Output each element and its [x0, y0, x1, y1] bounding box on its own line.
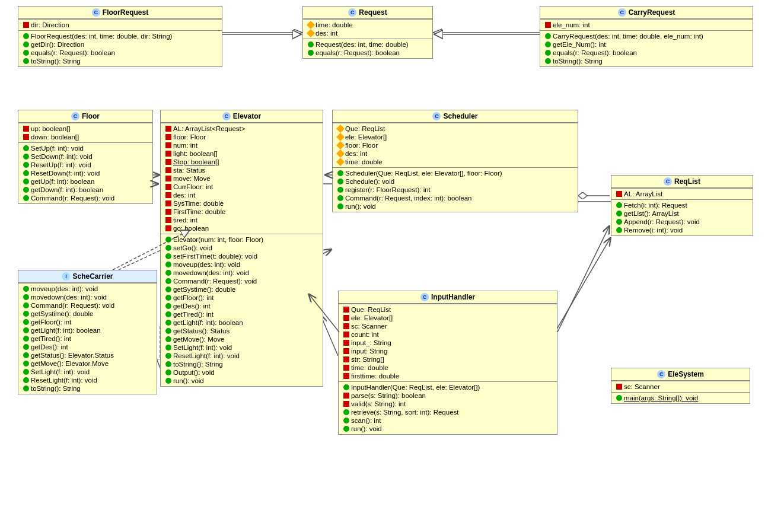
public-icon	[23, 294, 29, 300]
protected-icon	[336, 141, 345, 149]
public-icon	[165, 245, 171, 251]
private-icon	[343, 323, 349, 329]
class-icon: C	[420, 293, 429, 301]
class-icon: C	[71, 112, 79, 120]
private-icon	[165, 151, 171, 157]
class-reqlist-title: ReqList	[674, 177, 700, 186]
private-icon	[343, 340, 349, 346]
class-reqlist: C ReqList AL: ArrayList Fetch(i: int): R…	[611, 175, 753, 236]
public-icon	[23, 58, 29, 64]
public-icon	[23, 344, 29, 350]
elesystem-fields: sc: Scanner	[611, 381, 750, 392]
private-icon	[616, 384, 622, 390]
private-icon	[165, 134, 171, 140]
private-icon	[165, 184, 171, 190]
private-icon	[343, 307, 349, 313]
public-icon	[23, 170, 29, 176]
class-schecarrier-title: ScheCarrier	[72, 272, 113, 281]
private-icon	[165, 192, 171, 198]
floor-request-methods: FloorRequest(des: int, time: double, dir…	[18, 30, 222, 66]
public-icon	[165, 253, 171, 259]
public-icon	[337, 179, 343, 184]
class-icon: C	[664, 177, 672, 186]
public-icon	[165, 320, 171, 326]
public-icon	[165, 311, 171, 317]
class-scheduler: C Scheduler Que: ReqList ele: Elevator[]…	[332, 110, 578, 212]
public-icon	[165, 353, 171, 359]
protected-icon	[336, 149, 345, 158]
protected-icon	[336, 125, 345, 133]
class-icon: C	[657, 370, 665, 378]
scheduler-fields: Que: ReqList ele: Elevator[] floor: Floo…	[333, 123, 578, 167]
method-equals: equals(r: Request): boolean	[544, 49, 749, 57]
elevator-fields: AL: ArrayList<Request> floor: Floor num:…	[161, 123, 323, 234]
class-floor-request: C FloorRequest dir: Direction FloorReque…	[18, 6, 222, 67]
protected-icon	[307, 29, 315, 37]
class-request: C Request time: double des: int Request(…	[302, 6, 433, 59]
private-icon	[343, 356, 349, 362]
constructor-icon	[545, 33, 551, 39]
protected-icon	[307, 21, 315, 29]
class-floor-request-title: FloorRequest	[103, 8, 148, 17]
schecarrier-methods: moveup(des: int): void movedown(des: int…	[18, 283, 157, 394]
public-icon	[616, 219, 622, 225]
class-carry-request: C CarryRequest ele_num: int CarryRequest…	[540, 6, 753, 67]
public-icon	[23, 50, 29, 56]
public-icon	[616, 227, 622, 233]
private-icon	[343, 332, 349, 337]
private-icon	[165, 126, 171, 132]
private-icon	[343, 393, 349, 399]
field-ele-num: ele_num: int	[544, 21, 749, 29]
public-icon	[23, 319, 29, 325]
public-icon	[23, 42, 29, 47]
public-icon	[23, 311, 29, 317]
public-icon	[337, 203, 343, 209]
protected-icon	[336, 133, 345, 141]
svg-line-7	[552, 237, 611, 338]
public-icon	[545, 50, 551, 56]
floor-fields: up: boolean[] down: boolean[]	[18, 123, 152, 142]
private-icon	[23, 134, 29, 140]
public-icon	[23, 377, 29, 383]
method-tostring: toString(): String	[22, 57, 218, 65]
constructor-icon	[343, 384, 349, 390]
class-icon: C	[618, 8, 626, 17]
constructor-icon	[337, 170, 343, 176]
class-icon: C	[432, 112, 441, 120]
public-icon	[165, 336, 171, 342]
method-equals: equals(r: Request): boolean	[307, 49, 429, 57]
public-icon	[165, 278, 171, 284]
private-icon	[23, 126, 29, 132]
class-icon: C	[348, 8, 356, 17]
class-floor: C Floor up: boolean[] down: boolean[] Se…	[18, 110, 153, 204]
private-icon	[343, 401, 349, 407]
class-inputhandler-title: InputHandler	[431, 293, 475, 301]
interface-icon: I	[62, 272, 70, 281]
public-icon	[165, 262, 171, 267]
method-equals: equals(r: Request): boolean	[22, 49, 218, 57]
private-icon	[165, 159, 171, 165]
inputhandler-methods: InputHandler(Que: ReqList, ele: Elevator…	[339, 381, 557, 434]
private-icon	[343, 365, 349, 371]
constructor-icon	[23, 33, 29, 39]
public-icon	[23, 162, 29, 168]
public-icon	[165, 369, 171, 375]
public-icon	[165, 286, 171, 292]
class-elevator: C Elevator AL: ArrayList<Request> floor:…	[160, 110, 323, 387]
request-methods: Request(des: int, time: double) equals(r…	[303, 39, 432, 58]
class-elevator-title: Elevator	[233, 112, 261, 120]
private-icon	[343, 315, 349, 321]
private-icon	[616, 191, 622, 197]
private-icon	[343, 348, 349, 354]
public-icon	[545, 58, 551, 64]
carry-request-methods: CarryRequest(des: int, time: double, ele…	[540, 30, 753, 66]
public-icon	[616, 395, 622, 401]
private-icon	[165, 176, 171, 181]
private-icon	[165, 217, 171, 223]
constructor-icon	[165, 237, 171, 243]
private-icon	[343, 373, 349, 379]
public-icon	[165, 328, 171, 334]
floor-methods: SetUp(f: int): void SetDown(f: int): voi…	[18, 142, 152, 203]
private-icon	[165, 167, 171, 173]
public-icon	[23, 336, 29, 342]
